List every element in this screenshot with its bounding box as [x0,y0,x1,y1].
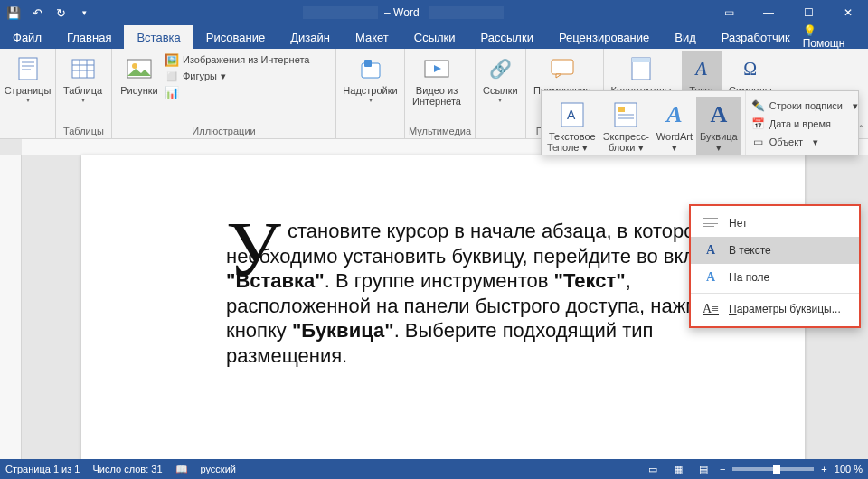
quickparts-button[interactable]: Экспресс-блоки ▾ [599,97,653,155]
shapes-button[interactable]: ◻️Фигуры ▾ [165,69,329,83]
tab-mailings[interactable]: Рассылки [468,25,546,49]
status-page[interactable]: Страница 1 из 1 [5,464,80,474]
smartart-icon: 📊 [165,85,179,99]
close-icon[interactable]: ✕ [828,0,868,25]
table-button[interactable]: Таблица ▾ [60,51,106,106]
svg-rect-25 [703,218,718,219]
dropcap-icon: A [704,99,733,131]
svg-point-10 [132,63,137,69]
dropcap-options-icon: A≡ [702,301,720,317]
vertical-ruler[interactable] [0,155,22,459]
svg-text:A: A [567,108,576,122]
online-video-button[interactable]: Видео изИнтернета [409,51,465,108]
tab-file[interactable]: Файл [0,25,54,49]
object-icon: ▭ [751,135,766,149]
dropcap-button[interactable]: A Буквица▾ [696,97,741,155]
window-title: – Word [98,6,709,19]
dropcap-in-margin[interactable]: A На поле [691,264,859,291]
dropcap-options[interactable]: A≡ Параметры буквицы... [691,296,859,323]
svg-rect-23 [618,114,634,116]
dropcap-in-text[interactable]: A В тексте [691,237,859,264]
signature-icon: ✒️ [751,99,766,113]
quickparts-icon [611,99,640,131]
link-icon: 🔗 [486,54,514,83]
tell-me-icon[interactable]: 💡 Помощн [803,24,859,50]
qat-customize-icon[interactable]: ▾ [74,3,94,23]
wordart-button[interactable]: A WordArt▾ [653,97,696,155]
online-pictures-button[interactable]: 🖼️Изображения из Интернета [165,52,329,67]
pictures-icon [125,54,154,83]
tab-design[interactable]: Дизайн [278,25,343,49]
online-pictures-icon: 🖼️ [165,52,179,67]
shapes-icon: ◻️ [165,69,179,83]
status-word-count[interactable]: Число слов: 31 [92,464,162,474]
tab-insert[interactable]: Вставка [124,25,193,49]
tab-draw[interactable]: Рисование [193,25,278,49]
dropcap-intext-icon: A [702,242,720,258]
svg-rect-3 [22,69,31,70]
svg-rect-4 [72,60,94,78]
save-icon[interactable]: 💾 [4,3,24,23]
maximize-icon[interactable]: ☐ [788,0,828,25]
signature-line-button[interactable]: ✒️Строки подписи ▾ [751,97,858,115]
tab-developer[interactable]: Разработчик [709,25,803,49]
title-bar: 💾 ↶ ↻ ▾ – Word ▭ — ☐ ✕ [0,0,868,25]
dropcap-margin-icon: A [702,269,720,286]
status-proofing-icon[interactable]: 📖 [175,464,188,475]
svg-rect-24 [618,117,634,119]
minimize-icon[interactable]: — [749,0,788,25]
text-group-dropdown: A Текстовоеполе ▾ Экспресс-блоки ▾ A Wor… [541,90,859,155]
status-bar: Страница 1 из 1 Число слов: 31 📖 русский… [0,459,868,479]
pictures-button[interactable]: Рисунки [116,51,163,98]
dropcap-menu: Нет A В тексте A На поле A≡ Параметры бу… [689,204,861,328]
svg-rect-12 [364,60,372,67]
tab-references[interactable]: Ссылки [401,25,468,49]
tab-view[interactable]: Вид [662,25,709,49]
redo-icon[interactable]: ↻ [51,3,71,23]
tab-home[interactable]: Главная [54,25,124,49]
zoom-level[interactable]: 100 % [835,464,863,474]
pages-button[interactable]: Страницы ▾ [4,51,52,106]
page-icon [14,54,42,83]
status-language[interactable]: русский [201,464,236,474]
video-icon [422,54,451,83]
svg-rect-28 [703,226,714,227]
dropcap-none[interactable]: Нет [691,210,859,237]
wordart-icon: A [660,99,689,131]
zoom-out-icon[interactable]: − [720,464,725,474]
svg-rect-22 [618,107,625,112]
svg-rect-26 [703,221,718,221]
svg-rect-18 [632,58,650,62]
svg-rect-15 [552,60,573,74]
date-time-button[interactable]: 📅Дата и время [751,115,858,133]
window-controls: ▭ — ☐ ✕ [709,0,868,25]
calendar-icon: 📅 [751,117,766,131]
table-icon [69,54,98,83]
tab-review[interactable]: Рецензирование [546,25,662,49]
addins-button[interactable]: Надстройки ▾ [340,51,401,106]
text-icon: A [687,54,716,83]
zoom-in-icon[interactable]: + [821,464,826,474]
view-web-icon[interactable]: ▤ [694,462,712,476]
svg-marker-16 [556,74,561,78]
comment-icon [548,54,577,83]
view-print-icon[interactable]: ▦ [669,462,687,476]
dropcap-letter: У [226,217,281,282]
object-button[interactable]: ▭Объект ▾ [751,133,858,151]
undo-icon[interactable]: ↶ [27,3,47,23]
textbox-icon: A [558,99,587,131]
view-read-icon[interactable]: ▭ [644,462,662,476]
links-button[interactable]: 🔗 Ссылки ▾ [479,51,522,106]
svg-rect-27 [703,223,718,224]
addins-icon [356,54,385,83]
ribbon-display-icon[interactable]: ▭ [709,0,749,25]
quick-access-toolbar: 💾 ↶ ↻ ▾ [0,3,98,23]
svg-rect-1 [22,61,34,63]
omega-icon: Ω [736,54,765,83]
dropcap-none-icon [702,215,720,231]
ribbon-tabs: Файл Главная Вставка Рисование Дизайн Ма… [0,25,868,49]
smartart-button[interactable]: 📊 [165,85,329,99]
tab-layout[interactable]: Макет [343,25,401,49]
zoom-slider[interactable] [732,467,814,471]
header-footer-icon [627,54,656,83]
